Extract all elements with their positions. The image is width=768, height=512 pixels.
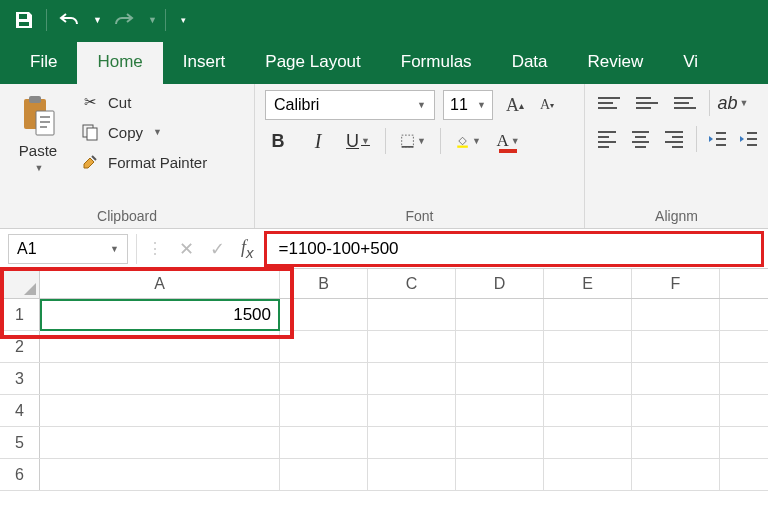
cell[interactable] xyxy=(456,427,544,458)
cell-b1[interactable] xyxy=(280,299,368,330)
decrease-indent-button[interactable] xyxy=(706,126,727,152)
save-icon[interactable] xyxy=(10,6,38,34)
cell[interactable] xyxy=(368,331,456,362)
cell[interactable] xyxy=(280,363,368,394)
tab-view[interactable]: Vi xyxy=(663,42,718,84)
row-header[interactable]: 2 xyxy=(0,331,40,362)
fill-color-button[interactable]: ▼ xyxy=(455,128,481,154)
font-size-selector[interactable]: 11 ▼ xyxy=(443,90,493,120)
column-header-b[interactable]: B xyxy=(280,269,368,298)
cell[interactable] xyxy=(632,459,720,490)
column-header-c[interactable]: C xyxy=(368,269,456,298)
cell[interactable] xyxy=(544,459,632,490)
cell-a6[interactable] xyxy=(40,459,280,490)
cell-c1[interactable] xyxy=(368,299,456,330)
bold-button[interactable]: B xyxy=(265,128,291,154)
cell[interactable] xyxy=(456,459,544,490)
decrease-font-size-button[interactable]: A▾ xyxy=(533,91,561,119)
align-top-button[interactable] xyxy=(595,90,623,116)
align-center-button[interactable] xyxy=(629,126,653,152)
cell-a1[interactable]: 1500 xyxy=(40,299,280,330)
cell-a3[interactable] xyxy=(40,363,280,394)
cell[interactable] xyxy=(632,363,720,394)
cell[interactable] xyxy=(456,363,544,394)
cell[interactable] xyxy=(368,363,456,394)
cell[interactable] xyxy=(544,331,632,362)
row-header[interactable]: 5 xyxy=(0,427,40,458)
tab-formulas[interactable]: Formulas xyxy=(381,42,492,84)
cancel-formula-icon[interactable]: ✕ xyxy=(179,238,194,260)
align-left-button[interactable] xyxy=(595,126,619,152)
formula-input[interactable]: =1100-100+500 xyxy=(264,231,764,267)
row-header[interactable]: 3 xyxy=(0,363,40,394)
paste-label: Paste xyxy=(19,142,57,159)
cell[interactable] xyxy=(632,395,720,426)
paintbrush-icon xyxy=(80,152,100,172)
column-header-a[interactable]: A xyxy=(40,269,280,298)
svg-rect-2 xyxy=(36,111,54,135)
cell-f1[interactable] xyxy=(632,299,720,330)
cell-d1[interactable] xyxy=(456,299,544,330)
tab-data[interactable]: Data xyxy=(492,42,568,84)
row-header[interactable]: 1 xyxy=(0,299,40,330)
align-right-button[interactable] xyxy=(662,126,686,152)
cell[interactable] xyxy=(368,427,456,458)
increase-font-size-button[interactable]: A▴ xyxy=(501,91,529,119)
column-header-f[interactable]: F xyxy=(632,269,720,298)
font-name-selector[interactable]: Calibri ▼ xyxy=(265,90,435,120)
cut-button[interactable]: ✂ Cut xyxy=(76,90,211,114)
cell[interactable] xyxy=(280,459,368,490)
svg-rect-7 xyxy=(457,146,468,148)
font-color-button[interactable]: A ▼ xyxy=(495,128,521,154)
increase-indent-button[interactable] xyxy=(737,126,758,152)
cell-e1[interactable] xyxy=(544,299,632,330)
quick-access-toolbar: ▼ ▼ ▾ xyxy=(0,0,768,40)
cell-a2[interactable] xyxy=(40,331,280,362)
align-bottom-button[interactable] xyxy=(671,90,699,116)
cell[interactable] xyxy=(544,427,632,458)
cell[interactable] xyxy=(456,331,544,362)
cell[interactable] xyxy=(368,459,456,490)
cell[interactable] xyxy=(632,331,720,362)
name-box[interactable]: A1 ▼ xyxy=(8,234,128,264)
cell[interactable] xyxy=(280,395,368,426)
format-painter-button[interactable]: Format Painter xyxy=(76,150,211,174)
cell[interactable] xyxy=(368,395,456,426)
chevron-down-icon: ▼ xyxy=(417,100,426,110)
row-header[interactable]: 6 xyxy=(0,459,40,490)
chevron-down-icon[interactable]: ▼ xyxy=(35,163,44,173)
tab-page-layout[interactable]: Page Layout xyxy=(245,42,380,84)
column-header-d[interactable]: D xyxy=(456,269,544,298)
italic-button[interactable]: I xyxy=(305,128,331,154)
orientation-button[interactable]: ab▼ xyxy=(720,90,746,116)
enter-formula-icon[interactable]: ✓ xyxy=(210,238,225,260)
select-all-corner[interactable] xyxy=(0,269,40,298)
chevron-down-icon[interactable]: ▼ xyxy=(153,127,162,137)
font-size-value: 11 xyxy=(450,96,468,114)
fx-icon[interactable]: fx xyxy=(241,237,254,261)
align-middle-button[interactable] xyxy=(633,90,661,116)
underline-button[interactable]: U▼ xyxy=(345,128,371,154)
undo-icon[interactable] xyxy=(55,6,83,34)
cell[interactable] xyxy=(632,427,720,458)
cell-a4[interactable] xyxy=(40,395,280,426)
row-header[interactable]: 4 xyxy=(0,395,40,426)
row-4: 4 xyxy=(0,395,768,427)
cell[interactable] xyxy=(280,427,368,458)
tab-file[interactable]: File xyxy=(10,42,77,84)
copy-button[interactable]: Copy ▼ xyxy=(76,120,211,144)
cell[interactable] xyxy=(544,395,632,426)
tab-home[interactable]: Home xyxy=(77,42,162,84)
column-header-e[interactable]: E xyxy=(544,269,632,298)
undo-dropdown-icon[interactable]: ▼ xyxy=(93,15,102,25)
redo-dropdown-icon: ▼ xyxy=(148,15,157,25)
paste-button[interactable]: Paste ▼ xyxy=(10,90,66,177)
tab-review[interactable]: Review xyxy=(568,42,664,84)
cell[interactable] xyxy=(544,363,632,394)
customize-qat-icon[interactable]: ▾ xyxy=(176,15,192,25)
tab-insert[interactable]: Insert xyxy=(163,42,246,84)
cell[interactable] xyxy=(456,395,544,426)
cell[interactable] xyxy=(280,331,368,362)
borders-button[interactable]: ▼ xyxy=(400,128,426,154)
cell-a5[interactable] xyxy=(40,427,280,458)
